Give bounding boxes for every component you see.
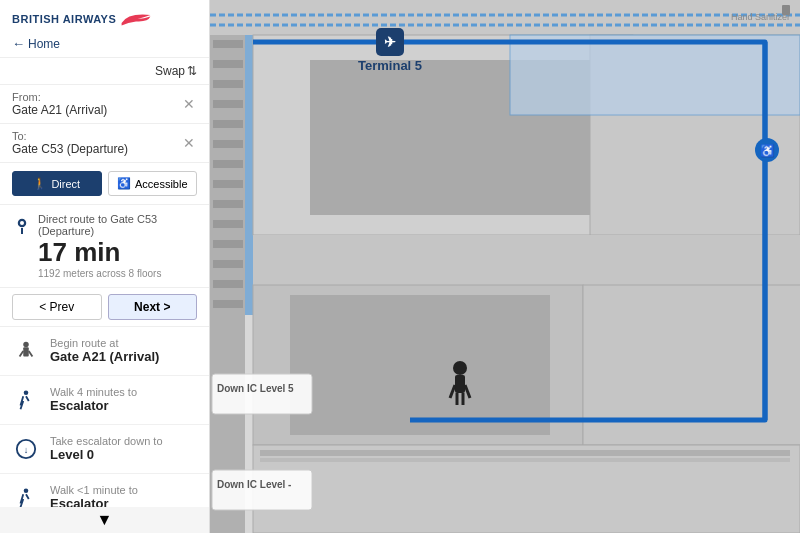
svg-line-5 xyxy=(29,351,33,357)
route-description: Direct route to Gate C53 (Departure) xyxy=(12,213,197,237)
mode-row: 🚶 Direct ♿ Accessible xyxy=(0,163,209,205)
route-info: Direct route to Gate C53 (Departure) 17 … xyxy=(0,205,209,288)
floor-plan-svg: ♿ Hand Sanitizer Down IC Level 5 Down IC… xyxy=(210,0,800,533)
svg-text:↓: ↓ xyxy=(24,445,29,455)
step-main-1: Escalator xyxy=(50,398,137,413)
terminal-label: ✈ Terminal 5 xyxy=(358,28,422,73)
svg-rect-19 xyxy=(213,80,243,88)
svg-text:Down IC Level 5: Down IC Level 5 xyxy=(217,383,294,394)
step-label-1: Walk 4 minutes to xyxy=(50,386,137,398)
svg-rect-54 xyxy=(212,374,312,414)
map[interactable]: ♿ Hand Sanitizer Down IC Level 5 Down IC… xyxy=(210,0,800,533)
svg-text:♿: ♿ xyxy=(760,143,775,158)
plane-icon: ✈ xyxy=(376,28,404,56)
ba-logo-wing-icon xyxy=(120,10,152,28)
swap-button[interactable]: Swap ⇅ xyxy=(155,64,197,78)
svg-point-1 xyxy=(20,221,24,225)
svg-rect-29 xyxy=(213,280,243,288)
svg-rect-22 xyxy=(213,140,243,148)
from-row: From: Gate A21 (Arrival) ✕ xyxy=(0,85,209,124)
svg-rect-56 xyxy=(212,470,312,510)
svg-text:Down IC Level -: Down IC Level - xyxy=(217,479,291,490)
svg-point-44 xyxy=(453,361,467,375)
swap-row: Swap ⇅ xyxy=(0,58,209,85)
route-time: 17 min xyxy=(38,237,197,268)
route-pin-icon xyxy=(12,215,32,235)
accessible-label: Accessible xyxy=(135,178,188,190)
step-icon-3 xyxy=(12,484,40,507)
svg-rect-27 xyxy=(213,240,243,248)
svg-rect-23 xyxy=(213,160,243,168)
step-text-1: Walk 4 minutes toEscalator xyxy=(50,386,137,413)
svg-rect-36 xyxy=(253,235,800,285)
prev-next-row: < Prev Next > xyxy=(0,288,209,327)
to-value[interactable]: Gate C53 (Departure) xyxy=(12,142,128,156)
svg-rect-38 xyxy=(290,295,550,435)
step-main-3: Escalator xyxy=(50,496,138,507)
svg-rect-41 xyxy=(260,450,790,456)
svg-rect-26 xyxy=(213,220,243,228)
step-text-0: Begin route atGate A21 (Arrival) xyxy=(50,337,159,364)
from-label: From: xyxy=(12,91,107,103)
svg-rect-25 xyxy=(213,200,243,208)
svg-line-4 xyxy=(20,351,24,357)
svg-rect-28 xyxy=(213,260,243,268)
step-icon-2: ↓ xyxy=(12,435,40,463)
terminal-name: Terminal 5 xyxy=(358,58,422,73)
to-row: To: Gate C53 (Departure) ✕ xyxy=(0,124,209,163)
step-main-2: Level 0 xyxy=(50,447,163,462)
home-link[interactable]: ← Home xyxy=(12,36,197,51)
next-label: Next > xyxy=(134,300,170,314)
svg-rect-21 xyxy=(213,120,243,128)
step-item-3: Walk <1 minute toEscalator xyxy=(0,474,209,507)
step-text-2: Take escalator down toLevel 0 xyxy=(50,435,163,462)
back-arrow-icon: ← xyxy=(12,36,25,51)
svg-rect-35 xyxy=(510,35,800,115)
sidebar-header: BRITISH AIRWAYS ← Home xyxy=(0,0,209,58)
to-clear-button[interactable]: ✕ xyxy=(181,135,197,151)
ba-logo-text: BRITISH AIRWAYS xyxy=(12,14,116,25)
scroll-down-icon: ▼ xyxy=(97,511,113,529)
step-icon-1 xyxy=(12,386,40,414)
step-text-3: Walk <1 minute toEscalator xyxy=(50,484,138,507)
svg-rect-30 xyxy=(213,300,243,308)
step-label-3: Walk <1 minute to xyxy=(50,484,138,496)
step-item-0: Begin route atGate A21 (Arrival) xyxy=(0,327,209,376)
next-button[interactable]: Next > xyxy=(108,294,198,320)
route-description-text: Direct route to Gate C53 (Departure) xyxy=(38,213,197,237)
svg-rect-3 xyxy=(23,347,29,356)
step-icon-0 xyxy=(12,337,40,365)
svg-rect-13 xyxy=(210,0,800,35)
direct-label: Direct xyxy=(51,178,80,190)
svg-point-9 xyxy=(24,488,29,493)
home-label: Home xyxy=(28,37,60,51)
from-value[interactable]: Gate A21 (Arrival) xyxy=(12,103,107,117)
swap-icon: ⇅ xyxy=(187,64,197,78)
step-label-0: Begin route at xyxy=(50,337,159,349)
svg-point-6 xyxy=(24,390,29,395)
svg-rect-17 xyxy=(213,40,243,48)
sidebar: BRITISH AIRWAYS ← Home Swap ⇅ From: Gate… xyxy=(0,0,210,533)
scroll-down-button[interactable]: ▼ xyxy=(0,507,209,533)
direct-mode-button[interactable]: 🚶 Direct xyxy=(12,171,102,196)
svg-rect-45 xyxy=(455,375,465,393)
step-item-2: ↓Take escalator down toLevel 0 xyxy=(0,425,209,474)
accessible-mode-button[interactable]: ♿ Accessible xyxy=(108,171,198,196)
walk-icon: 🚶 xyxy=(33,177,47,190)
svg-rect-31 xyxy=(245,35,253,315)
svg-text:✈: ✈ xyxy=(384,34,396,50)
from-clear-button[interactable]: ✕ xyxy=(181,96,197,112)
step-list: Begin route atGate A21 (Arrival)Walk 4 m… xyxy=(0,327,209,507)
ba-logo: BRITISH AIRWAYS xyxy=(12,10,197,28)
from-input-box: From: Gate A21 (Arrival) xyxy=(12,91,107,117)
svg-text:Hand Sanitizer: Hand Sanitizer xyxy=(731,12,790,22)
wheelchair-icon: ♿ xyxy=(117,177,131,190)
step-label-2: Take escalator down to xyxy=(50,435,163,447)
prev-label: < Prev xyxy=(39,300,74,314)
prev-button[interactable]: < Prev xyxy=(12,294,102,320)
to-input-box: To: Gate C53 (Departure) xyxy=(12,130,128,156)
svg-rect-53 xyxy=(782,5,790,15)
step-item-1: Walk 4 minutes toEscalator xyxy=(0,376,209,425)
to-label: To: xyxy=(12,130,128,142)
svg-point-2 xyxy=(23,342,29,348)
